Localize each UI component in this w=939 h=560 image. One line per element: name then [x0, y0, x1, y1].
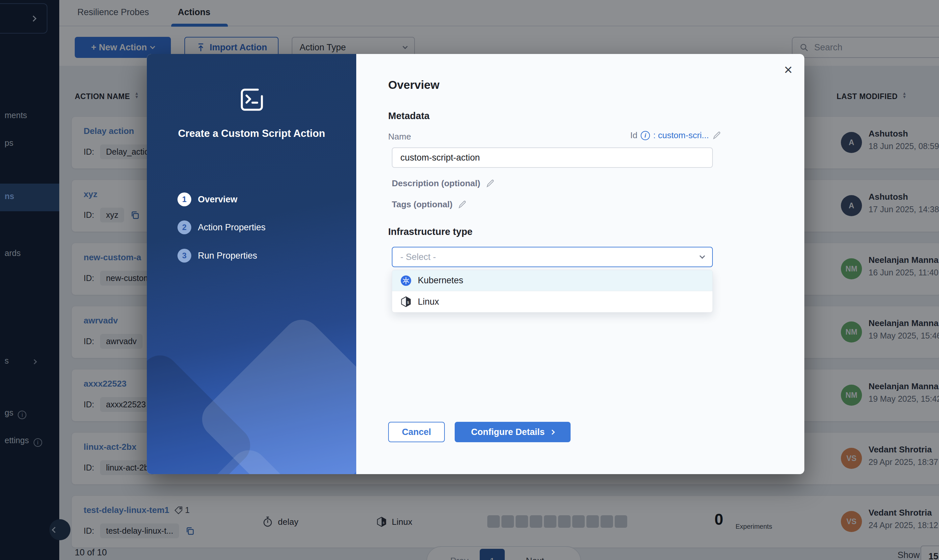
close-icon[interactable]: × — [784, 63, 793, 77]
cancel-button[interactable]: Cancel — [388, 422, 445, 442]
id-display: Id i : custom-scri... — [630, 130, 722, 140]
description-toggle[interactable]: Description (optional) — [392, 178, 495, 189]
terminal-icon — [238, 86, 266, 114]
wizard-title: Create a Custom Script Action — [176, 127, 327, 140]
step-label: Run Properties — [198, 251, 257, 261]
chevron-down-icon — [700, 253, 705, 259]
chevron-right-icon — [550, 429, 555, 435]
step-action-properties[interactable]: 2 Action Properties — [177, 220, 266, 234]
step-overview[interactable]: 1 Overview — [177, 192, 237, 206]
edit-icon[interactable] — [712, 131, 722, 140]
edit-icon[interactable] — [458, 200, 467, 209]
id-value: : custom-scri... — [653, 130, 709, 140]
configure-details-button[interactable]: Configure Details — [455, 422, 570, 442]
tags-toggle[interactable]: Tags (optional) — [392, 199, 467, 209]
step-label: Overview — [198, 194, 237, 205]
infrastructure-menu: Kubernetes $ Linux — [392, 270, 713, 312]
linux-icon: $ — [400, 296, 412, 308]
step-number: 1 — [177, 192, 191, 206]
option-linux[interactable]: $ Linux — [392, 291, 712, 312]
metadata-heading: Metadata — [388, 111, 430, 122]
option-kubernetes[interactable]: Kubernetes — [392, 270, 712, 291]
name-label: Name — [388, 132, 411, 142]
step-number: 3 — [177, 249, 191, 263]
wizard-panel: Create a Custom Script Action 1 Overview… — [147, 54, 356, 474]
infrastructure-select[interactable]: - Select - — [392, 247, 713, 267]
step-label: Action Properties — [198, 222, 266, 232]
svg-text:$: $ — [407, 301, 409, 305]
create-action-modal: Create a Custom Script Action 1 Overview… — [147, 54, 804, 474]
modal-heading: Overview — [388, 78, 439, 91]
step-number: 2 — [177, 220, 191, 234]
kubernetes-icon — [400, 275, 412, 286]
info-icon[interactable]: i — [641, 131, 650, 140]
infrastructure-heading: Infrastructure type — [388, 226, 472, 237]
step-run-properties[interactable]: 3 Run Properties — [177, 249, 257, 263]
edit-icon[interactable] — [486, 179, 495, 188]
id-label: Id — [630, 130, 637, 140]
name-input[interactable] — [392, 148, 713, 168]
